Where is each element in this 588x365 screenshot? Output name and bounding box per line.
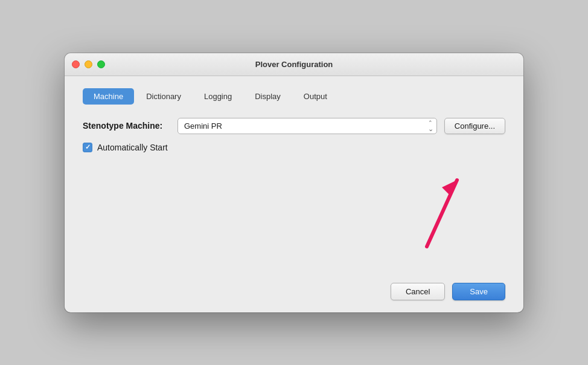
maximize-button[interactable] — [97, 60, 105, 68]
tab-display[interactable]: Display — [244, 88, 292, 105]
tab-output[interactable]: Output — [293, 88, 338, 105]
machine-label: Stenotype Machine: — [83, 121, 170, 131]
tab-logging[interactable]: Logging — [193, 88, 243, 105]
window-title: Plover Configuration — [255, 60, 333, 69]
tab-dictionary[interactable]: Dictionary — [135, 88, 192, 105]
minimize-button[interactable] — [85, 60, 92, 68]
title-bar: Plover Configuration — [65, 53, 523, 76]
tab-bar: Machine Dictionary Logging Display Outpu… — [83, 88, 505, 105]
main-window: Plover Configuration Machine Dictionary … — [65, 53, 523, 312]
auto-start-label: Automatically Start — [97, 143, 168, 152]
footer: Cancel Save — [65, 273, 523, 312]
svg-marker-1 — [442, 180, 457, 195]
machine-row: Stenotype Machine: Gemini PR Configure..… — [83, 118, 505, 134]
configure-button[interactable]: Configure... — [444, 118, 505, 134]
arrow-annotation — [348, 162, 469, 259]
svg-line-0 — [427, 180, 457, 247]
auto-start-checkbox[interactable]: ✓ — [83, 143, 92, 152]
annotation-area — [83, 162, 505, 259]
close-button[interactable] — [72, 60, 80, 68]
machine-select-wrapper: Gemini PR — [177, 118, 437, 134]
cancel-button[interactable]: Cancel — [391, 283, 445, 300]
save-button[interactable]: Save — [452, 283, 505, 300]
checkmark-icon: ✓ — [85, 144, 91, 150]
content-area: Machine Dictionary Logging Display Outpu… — [65, 76, 523, 273]
machine-select[interactable]: Gemini PR — [177, 118, 437, 134]
tab-machine[interactable]: Machine — [83, 88, 134, 105]
auto-start-row: ✓ Automatically Start — [83, 143, 505, 152]
window-controls — [72, 60, 105, 68]
